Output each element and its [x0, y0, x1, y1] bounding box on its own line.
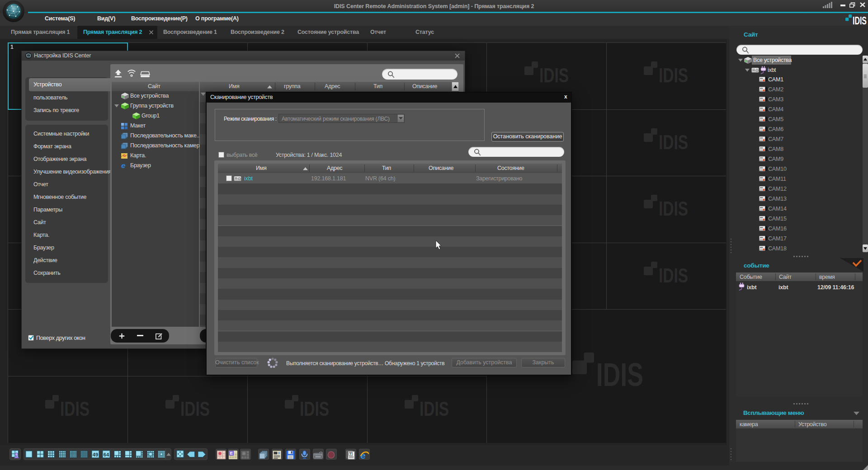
svg-text:IDIS: IDIS — [659, 197, 688, 216]
svg-text:IDIS: IDIS — [596, 357, 643, 387]
svg-text:IDIS: IDIS — [659, 64, 688, 83]
svg-text:64: 64 — [104, 452, 109, 457]
svg-text:IDIS: IDIS — [300, 397, 329, 416]
svg-text:IDIS: IDIS — [539, 64, 569, 83]
svg-text:IDIS: IDIS — [180, 397, 210, 416]
svg-text:T: T — [349, 452, 352, 456]
svg-text:IDIS: IDIS — [853, 15, 867, 25]
svg-text:IDIS: IDIS — [659, 131, 688, 150]
svg-text:49: 49 — [93, 452, 98, 457]
svg-text:E: E — [230, 451, 233, 456]
svg-text:IDIS: IDIS — [659, 264, 688, 283]
svg-text:IDIS: IDIS — [420, 397, 449, 416]
svg-text:IDIS: IDIS — [60, 397, 90, 416]
